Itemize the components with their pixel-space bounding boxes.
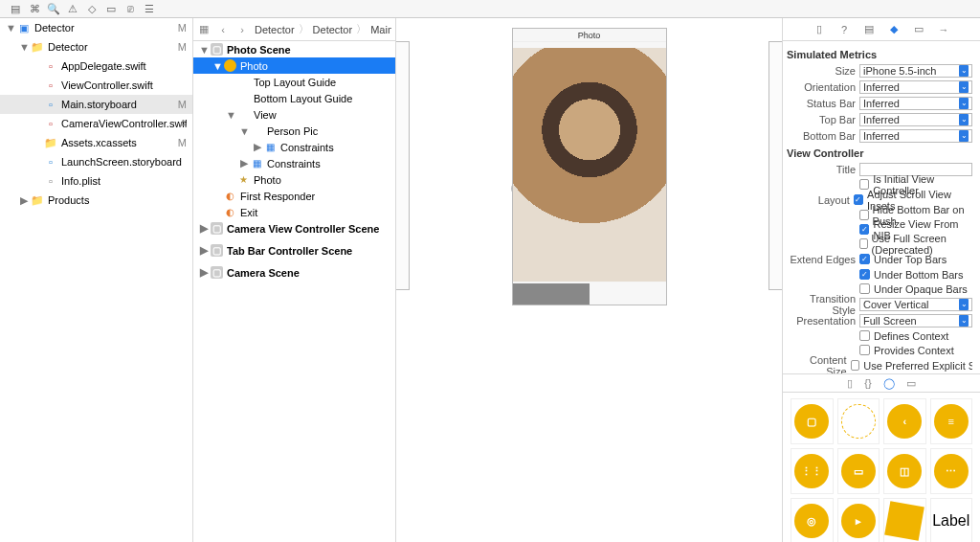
nav-tab-debug-icon[interactable]: ▭	[101, 0, 121, 17]
outline-item[interactable]: Top Layout Guide	[193, 74, 395, 90]
nav-item[interactable]: ▫Info.plist	[0, 171, 192, 191]
vc-object[interactable]: ▢	[791, 398, 834, 444]
lib-tab-objects-icon[interactable]: ◯	[883, 377, 895, 390]
adjacent-scene-right[interactable]	[768, 41, 782, 290]
nav-item[interactable]: ▫LaunchScreen.storyboard	[0, 152, 192, 171]
canvas-body[interactable]: Photo	[396, 18, 782, 542]
nav-item[interactable]: ▫Main.storyboardM	[0, 95, 192, 114]
outline-item[interactable]: ▼Person Pic	[193, 123, 395, 139]
back-icon[interactable]: ‹	[216, 24, 230, 35]
avkit-object[interactable]: ▸	[837, 498, 880, 542]
size-select[interactable]: iPhone 5.5-inch⌄	[859, 64, 972, 78]
nav-tab-search-icon[interactable]: 🔍	[44, 0, 63, 17]
file-inspector-icon[interactable]: ▯	[812, 22, 827, 37]
breadcrumb-item[interactable]: Detector	[255, 24, 295, 35]
tab-bar[interactable]	[513, 283, 666, 305]
orientation-select[interactable]: Inferred⌄	[859, 80, 972, 94]
scene-title: Photo	[513, 29, 666, 42]
outline-item[interactable]: ◐Exit	[193, 204, 395, 220]
outline-item[interactable]: ▶▢Tab Bar Controller Scene	[193, 242, 395, 259]
label-object[interactable]: Label	[930, 498, 973, 542]
nav-tab-reports-icon[interactable]: ☰	[140, 0, 159, 17]
statusbar-select[interactable]: Inferred⌄	[859, 97, 972, 110]
outline-item[interactable]: ★Photo	[193, 171, 395, 188]
lib-tab-file-icon[interactable]: ▯	[847, 377, 853, 390]
tabbar-object[interactable]: ▭	[837, 448, 880, 494]
layout-check-0[interactable]: ✓	[854, 194, 863, 205]
collection-object[interactable]: ⋮⋮	[791, 448, 834, 494]
adjacent-scene-left[interactable]	[396, 41, 410, 290]
lib-tab-media-icon[interactable]: ▭	[906, 377, 916, 390]
tableview-object[interactable]: ≡	[930, 398, 973, 444]
section-view-controller: View Controller	[787, 144, 972, 161]
outline-item[interactable]: Bottom Layout Guide	[193, 90, 395, 106]
placeholder-object[interactable]	[837, 398, 880, 444]
layout-check-3[interactable]	[859, 238, 868, 249]
transition-select[interactable]: Cover Vertical⌄	[859, 298, 972, 311]
outline-item[interactable]: ▼View	[193, 106, 395, 123]
outline-item[interactable]: ▼▢Photo Scene	[193, 41, 395, 57]
nav-item[interactable]: ▫AppDelegate.swift	[0, 56, 192, 76]
nav-tab-symbols-icon[interactable]: ⌘	[25, 0, 44, 17]
breadcrumb-item[interactable]: Main.storyboard	[370, 24, 391, 35]
extend-check-2[interactable]	[859, 283, 870, 294]
pagevc-object[interactable]: ⋯	[930, 448, 973, 494]
nav-item[interactable]: ▫CameraViewController.swiftA	[0, 114, 192, 133]
inspector-tabs: ▯ ? ▤ ◆ ▭ →	[783, 18, 980, 41]
topbar-select[interactable]: Inferred⌄	[859, 113, 972, 126]
nav-tab-breakpoints-icon[interactable]: ⎚	[121, 0, 140, 17]
nav-tab-tests-icon[interactable]: ◇	[82, 0, 101, 17]
layout-check-2[interactable]: ✓	[859, 224, 869, 235]
extend-check-1[interactable]: ✓	[859, 269, 870, 280]
bottombar-select[interactable]: Inferred⌄	[859, 129, 972, 143]
provides-context-checkbox[interactable]	[859, 345, 870, 355]
help-inspector-icon[interactable]: ?	[836, 22, 852, 37]
breadcrumb-item[interactable]: Detector	[313, 24, 353, 35]
project-navigator: ▼▣DetectorM▼📁DetectorM▫AppDelegate.swift…	[0, 18, 193, 542]
outline-item[interactable]: ▶▦Constraints	[193, 139, 395, 155]
outline-item[interactable]: ▶▢Camera View Controller Scene	[193, 220, 395, 237]
section-simulated-metrics: Simulated Metrics	[787, 45, 972, 62]
outline-item[interactable]: ◐First Responder	[193, 188, 395, 204]
nav-item[interactable]: ▶📁Products	[0, 191, 192, 210]
connections-inspector-icon[interactable]: →	[936, 22, 951, 37]
outline-item[interactable]: ▼Photo	[193, 57, 395, 74]
navcontroller-object[interactable]: ‹	[883, 398, 926, 444]
nav-item[interactable]: ▫ViewController.swift	[0, 76, 192, 95]
identity-inspector-icon[interactable]: ▤	[861, 22, 877, 37]
nav-item[interactable]: ▼📁DetectorM	[0, 37, 192, 56]
outline-item[interactable]: ▶▦Constraints	[193, 155, 395, 171]
attributes-inspector-icon[interactable]: ◆	[886, 22, 902, 37]
layout-check-1[interactable]	[859, 210, 869, 220]
object-3d[interactable]	[883, 498, 926, 542]
canvas: Photo ▣ wAny hAny ⊟ ⊞ ⟁ |↔|	[396, 18, 783, 542]
splitvc-object[interactable]: ◫	[883, 448, 926, 494]
object-library: ▢ ‹ ≡ ⋮⋮ ▭ ◫ ⋯ ◎ ▸ Label	[783, 393, 980, 542]
inspector: ▯ ? ▤ ◆ ▭ → Simulated Metrics SizeiPhone…	[783, 18, 980, 542]
nav-tab-issues-icon[interactable]: ⚠	[63, 0, 82, 17]
content-size-checkbox[interactable]	[851, 360, 860, 371]
nav-tab-files-icon[interactable]: ▤	[6, 0, 25, 17]
presentation-select[interactable]: Full Screen⌄	[859, 314, 972, 327]
size-inspector-icon[interactable]: ▭	[911, 22, 926, 37]
nav-item[interactable]: ▼▣DetectorM	[0, 18, 192, 37]
document-outline: ▦ ‹ › Detector〉Detector〉Main.storyboard〉…	[193, 18, 396, 542]
top-toolbar: ▤ ⌘ 🔍 ⚠ ◇ ▭ ⎚ ☰	[0, 0, 980, 18]
photo-scene-preview[interactable]: Photo	[512, 28, 667, 305]
outline-toggle-icon[interactable]: ▦	[197, 23, 211, 35]
extend-check-0[interactable]: ✓	[859, 254, 870, 264]
lib-tab-code-icon[interactable]: {}	[864, 377, 871, 389]
forward-icon[interactable]: ›	[235, 24, 249, 35]
glkit-object[interactable]: ◎	[791, 498, 834, 542]
library-tabs: ▯ {} ◯ ▭	[783, 373, 980, 393]
person-pic-image[interactable]	[513, 48, 666, 282]
inspector-body: Simulated Metrics SizeiPhone 5.5-inch⌄ O…	[783, 41, 980, 373]
outline-item[interactable]: ▶▢Camera Scene	[193, 264, 395, 281]
nav-item[interactable]: 📁Assets.xcassetsM	[0, 133, 192, 152]
defines-context-checkbox[interactable]	[859, 330, 870, 341]
breadcrumb[interactable]: Detector〉Detector〉Main.storyboard〉Main.s…	[255, 22, 391, 36]
